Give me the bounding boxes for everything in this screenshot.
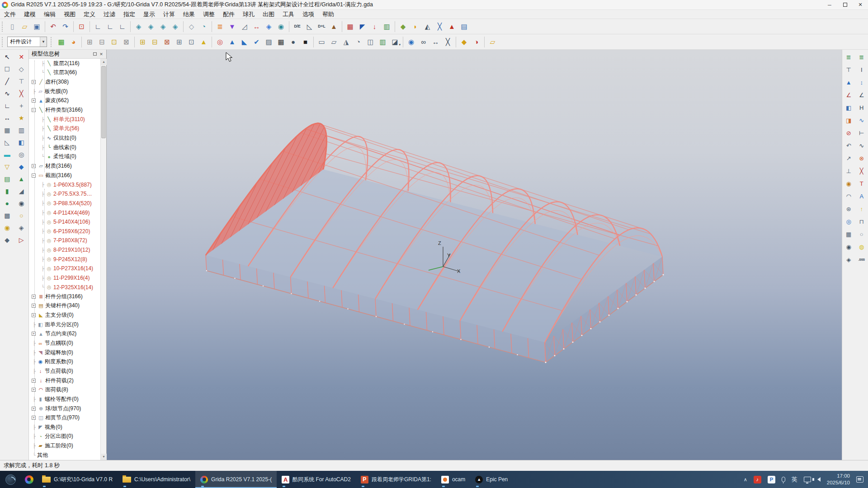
sphere-display-button[interactable]: ● <box>287 36 299 48</box>
scroll-thumb[interactable] <box>101 66 106 138</box>
box-select-button[interactable]: ☐ <box>1 63 13 75</box>
view-iso-se-button[interactable]: ◈ <box>132 20 145 33</box>
flag-display-button[interactable]: ◣ <box>238 36 250 48</box>
cube-tool-button[interactable]: ◈ <box>15 222 27 234</box>
close-panel-button[interactable]: ✕ <box>98 51 104 57</box>
tree-item[interactable]: ├◎3-P88.5X4(520) <box>29 199 100 208</box>
tree-item[interactable]: +▲蒙皮(662) <box>29 96 100 106</box>
decimal-button[interactable]: .000 <box>856 253 868 266</box>
expand-icon[interactable]: + <box>32 332 36 336</box>
tree-item[interactable]: ├◎11-P299X16(4) <box>29 273 100 283</box>
no-spin-button[interactable]: ⊘ <box>843 127 854 139</box>
zoom-extents-button[interactable]: ⊡ <box>75 20 88 33</box>
minimize-button[interactable]: ─ <box>822 0 837 9</box>
dynamic-analysis-button[interactable]: ◉ <box>275 20 287 33</box>
display-style-button[interactable]: ≣ <box>214 20 226 33</box>
pixpin-icon[interactable]: P <box>768 476 775 483</box>
tree-item[interactable]: ├╲腹层2(116) <box>29 59 100 68</box>
solid-display-button[interactable]: ■ <box>299 36 311 48</box>
box-rainbow-button[interactable]: ◨ <box>843 114 854 127</box>
tree-item[interactable]: −▭截面(3166) <box>29 171 100 180</box>
draw-spline-button[interactable]: ∿ <box>1 88 13 99</box>
grid-tool-button[interactable]: ▦ <box>1 124 13 136</box>
tree-item[interactable]: ├╲梁单元(56) <box>29 124 100 133</box>
apply-down-button[interactable]: ↓ <box>368 20 381 33</box>
scroll-up-icon[interactable]: ▲ <box>101 59 107 65</box>
ball-tool-button[interactable]: ◉ <box>1 222 13 234</box>
drawing-sheet-button[interactable]: ▤ <box>458 20 470 33</box>
scroll-down-icon[interactable]: ▼ <box>101 454 107 460</box>
menu-item-17[interactable]: 帮助 <box>318 9 338 19</box>
expand-icon[interactable]: + <box>32 407 36 411</box>
ucs-right-button[interactable]: ∟ <box>116 20 128 33</box>
tree-item[interactable]: ├◎7-P180X8(72) <box>29 236 100 245</box>
menu-item-12[interactable]: 配件 <box>219 9 239 19</box>
barrel-tool-button[interactable]: ▮ <box>1 185 13 197</box>
menu-item-7[interactable]: 指定 <box>119 9 139 19</box>
tree-item[interactable]: +≣杆件分组(3166) <box>29 292 100 301</box>
tree-item[interactable]: ├◎5-P140X4(106) <box>29 217 100 227</box>
render-view-button[interactable]: ▲ <box>446 20 458 33</box>
measure-cut-button[interactable]: ╳ <box>442 36 454 48</box>
expand-icon[interactable]: + <box>32 80 36 84</box>
mesh-tool-button[interactable]: ▩ <box>1 210 13 221</box>
zoom-node-button[interactable]: ◎ <box>843 216 854 228</box>
trim-tool-button[interactable]: ╳ <box>15 88 27 99</box>
i-h-button[interactable]: H <box>856 102 868 114</box>
mesh-display-button[interactable]: ▦ <box>275 36 287 48</box>
trapeze-button[interactable]: ⊓ <box>856 216 868 228</box>
menu-item-13[interactable]: 球孔 <box>239 9 259 19</box>
view-iso-nw-button[interactable]: ◈ <box>169 20 181 33</box>
arrow-up-button[interactable]: ↑ <box>856 203 868 215</box>
save-button[interactable]: ▣ <box>31 20 43 33</box>
hammer-x-button[interactable]: ╳ <box>856 165 868 177</box>
column-tool-button[interactable]: ▥ <box>15 124 27 136</box>
ratio-pie-button[interactable]: ◕ <box>67 36 80 48</box>
tree-item[interactable]: ├◎1-P60X3.5(887) <box>29 180 100 189</box>
tree-item[interactable]: ├◎4-P114X4(469) <box>29 208 100 217</box>
clip-section-button[interactable]: ╳ <box>434 20 446 33</box>
expand-icon[interactable]: + <box>32 379 36 383</box>
leaf-tool-button[interactable]: ▲ <box>15 173 27 185</box>
tree-item[interactable]: ├◔分区出图(0) <box>29 432 100 441</box>
tree-item[interactable]: +◣主支分级(0) <box>29 310 100 320</box>
collapse-icon[interactable]: − <box>32 108 36 112</box>
tree-item[interactable]: ├◉刚度系数(0) <box>29 357 100 367</box>
load-curve-button[interactable]: ◺ <box>303 20 316 33</box>
delete-tool-button[interactable]: ✕ <box>15 51 27 63</box>
green-book-tool-button[interactable]: ▤ <box>1 173 13 185</box>
menu-item-14[interactable]: 出图 <box>259 9 278 19</box>
snap-tool-button[interactable]: ◇ <box>15 63 27 75</box>
stat-pie-button[interactable]: ◑ <box>470 36 482 48</box>
draw-axes-button[interactable]: ∟ <box>1 100 13 112</box>
text-tt-button[interactable]: T <box>856 178 868 190</box>
view-iso-ne-button[interactable]: ◈ <box>157 20 169 33</box>
speaker-icon[interactable] <box>817 477 821 482</box>
tsquare-tool-button[interactable]: ⊤ <box>15 75 27 87</box>
select-prev-button[interactable]: ⊟ <box>149 36 161 48</box>
menu-item-2[interactable]: 建模 <box>20 9 40 19</box>
target-display-button[interactable]: ◎ <box>214 36 226 48</box>
cube-eye-button[interactable]: ◈ <box>843 253 854 266</box>
draw-rect-button[interactable]: ▭ <box>316 36 328 48</box>
select-bright-button[interactable]: ⊡ <box>108 36 120 48</box>
notification-center-icon[interactable] <box>856 476 863 483</box>
t-node-button[interactable]: ⊤ <box>843 64 854 76</box>
select-remove-button[interactable]: ⊟ <box>96 36 108 48</box>
tree-item[interactable]: ├∿仅抗拉(0) <box>29 133 100 143</box>
triad-button[interactable]: ∠ <box>843 89 854 101</box>
menu-item-16[interactable]: 选项 <box>298 9 318 19</box>
taskbar-app-1[interactable]: G:\研究\10-Grida V7.0 R <box>37 471 118 488</box>
start-button[interactable] <box>0 471 21 488</box>
gear-tool-button[interactable]: ◎ <box>15 149 27 160</box>
result-chart-button[interactable]: ▥ <box>381 20 393 33</box>
ruler-tool-button[interactable]: ◺ <box>1 136 13 148</box>
draw-polygon-button[interactable]: ▱ <box>328 36 340 48</box>
tree-item[interactable]: −╲杆件类型(3166) <box>29 105 100 115</box>
open-file-button[interactable]: ▱ <box>19 20 31 33</box>
star-tool-button[interactable]: ★ <box>15 112 27 124</box>
tree-item[interactable]: ├◎6-P159X6(220) <box>29 227 100 236</box>
input-language[interactable]: 英 <box>792 475 797 483</box>
layer-manager-button[interactable]: ◈ <box>263 20 275 33</box>
arrow-tool-button[interactable]: ▷ <box>15 234 27 246</box>
